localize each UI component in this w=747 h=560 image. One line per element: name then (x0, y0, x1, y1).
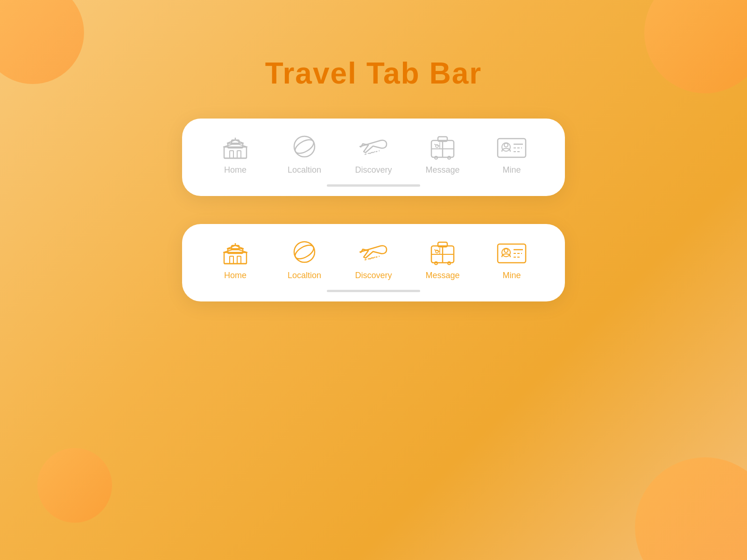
tab-location-label-inactive: Localtion (288, 165, 321, 175)
tab-location-inactive[interactable]: Localtion (281, 133, 328, 175)
luggage-icon (426, 133, 459, 161)
plane-icon (357, 133, 390, 161)
temple-icon (219, 133, 252, 161)
tab-home-inactive[interactable]: Home (212, 133, 259, 175)
inactive-tab-bar: Home Localtion Discovery (182, 119, 565, 196)
tab-discovery-inactive[interactable]: Discovery (350, 133, 397, 175)
svg-point-60 (504, 249, 508, 252)
id-card-icon-active (495, 238, 528, 266)
tab-bar-indicator-inactive (327, 184, 420, 187)
svg-rect-36 (230, 256, 233, 264)
tab-mine-label-active: Mine (502, 271, 521, 280)
tab-home-label-active: Home (224, 271, 247, 280)
planet-icon-active (288, 238, 321, 266)
svg-point-28 (504, 143, 508, 147)
tab-bar-indicator-active (327, 290, 420, 292)
temple-icon-active (219, 238, 252, 266)
svg-rect-32 (224, 252, 247, 264)
decorative-circle-bottomleft (37, 448, 112, 523)
luggage-icon-active (426, 238, 459, 266)
inactive-tab-bar-items: Home Localtion Discovery (201, 133, 546, 182)
tab-discovery-label-inactive: Discovery (355, 165, 392, 175)
active-tab-bar: Home Localtion Discovery (182, 224, 565, 301)
tab-location-active[interactable]: Localtion (281, 238, 328, 280)
tab-mine-label-inactive: Mine (502, 165, 521, 175)
tab-discovery-label-active: Discovery (355, 271, 392, 280)
tab-message-active[interactable]: Message (419, 238, 466, 280)
tab-message-inactive[interactable]: Message (419, 133, 466, 175)
planet-icon (288, 133, 321, 161)
id-card-icon (495, 133, 528, 161)
decorative-circle-bottomright (635, 457, 747, 560)
active-tab-bar-items: Home Localtion Discovery (201, 238, 546, 288)
plane-icon-active (357, 238, 390, 266)
tab-home-active[interactable]: Home (212, 238, 259, 280)
tab-message-label-inactive: Message (425, 165, 459, 175)
tab-mine-active[interactable]: Mine (488, 238, 535, 280)
svg-rect-4 (230, 151, 233, 158)
tab-home-label-inactive: Home (224, 165, 247, 175)
page-title: Travel Tab Bar (0, 56, 747, 91)
tab-message-label-active: Message (425, 271, 459, 280)
svg-rect-0 (224, 147, 247, 158)
tab-mine-inactive[interactable]: Mine (488, 133, 535, 175)
tab-location-label-active: Localtion (288, 271, 321, 280)
svg-rect-37 (237, 256, 241, 264)
svg-rect-5 (237, 151, 241, 158)
tab-discovery-active[interactable]: Discovery (350, 238, 397, 280)
